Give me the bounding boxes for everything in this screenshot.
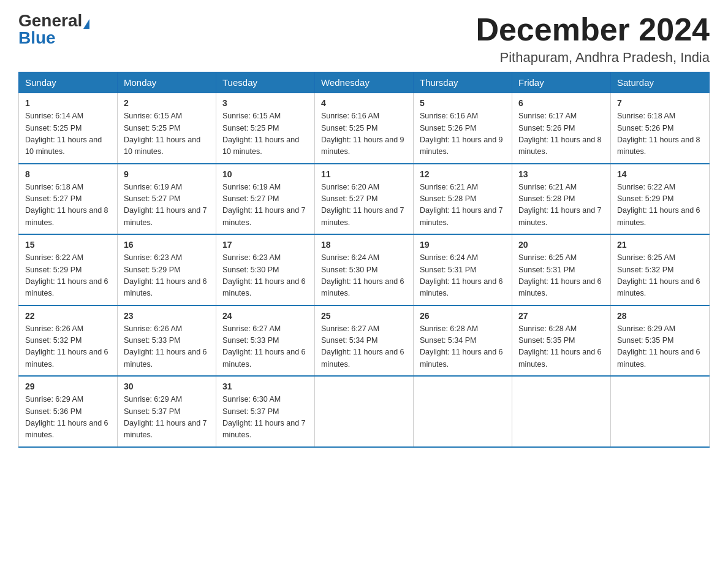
day-number: 23 [124, 311, 210, 321]
day-info: Sunrise: 6:29 AMSunset: 5:37 PMDaylight:… [124, 394, 210, 442]
day-number: 10 [222, 169, 308, 179]
col-header-saturday: Saturday [611, 72, 710, 93]
day-number: 13 [518, 169, 604, 179]
day-info: Sunrise: 6:22 AMSunset: 5:29 PMDaylight:… [25, 252, 111, 300]
day-number: 20 [518, 240, 604, 250]
day-info: Sunrise: 6:26 AMSunset: 5:33 PMDaylight:… [124, 323, 210, 371]
day-info: Sunrise: 6:28 AMSunset: 5:34 PMDaylight:… [420, 323, 506, 371]
day-info: Sunrise: 6:18 AMSunset: 5:26 PMDaylight:… [617, 110, 703, 158]
day-info: Sunrise: 6:20 AMSunset: 5:27 PMDaylight:… [321, 182, 407, 229]
day-number: 11 [321, 169, 407, 179]
logo-general-text: General [18, 11, 82, 30]
day-number: 17 [222, 240, 308, 250]
day-info: Sunrise: 6:17 AMSunset: 5:26 PMDaylight:… [518, 110, 604, 158]
calendar-cell [315, 376, 414, 447]
day-number: 19 [420, 240, 506, 250]
day-number: 16 [124, 240, 210, 250]
location-text: Pithapuram, Andhra Pradesh, India [476, 50, 710, 66]
day-number: 6 [518, 98, 604, 108]
calendar-cell: 21Sunrise: 6:25 AMSunset: 5:32 PMDayligh… [611, 234, 710, 305]
calendar-week-row: 15Sunrise: 6:22 AMSunset: 5:29 PMDayligh… [19, 234, 710, 305]
calendar-cell: 5Sunrise: 6:16 AMSunset: 5:26 PMDaylight… [414, 93, 512, 164]
day-info: Sunrise: 6:16 AMSunset: 5:25 PMDaylight:… [321, 110, 407, 158]
calendar-cell: 6Sunrise: 6:17 AMSunset: 5:26 PMDaylight… [512, 93, 611, 164]
calendar-cell: 27Sunrise: 6:28 AMSunset: 5:35 PMDayligh… [512, 305, 611, 377]
logo: General Blue [18, 12, 89, 47]
day-info: Sunrise: 6:19 AMSunset: 5:27 PMDaylight:… [222, 182, 308, 229]
calendar-header-row: SundayMondayTuesdayWednesdayThursdayFrid… [19, 72, 710, 93]
col-header-tuesday: Tuesday [216, 72, 315, 93]
day-number: 24 [222, 311, 308, 321]
calendar-cell [414, 376, 512, 447]
calendar-cell: 30Sunrise: 6:29 AMSunset: 5:37 PMDayligh… [118, 376, 216, 447]
calendar-week-row: 1Sunrise: 6:14 AMSunset: 5:25 PMDaylight… [19, 93, 710, 164]
day-info: Sunrise: 6:21 AMSunset: 5:28 PMDaylight:… [518, 182, 604, 229]
day-info: Sunrise: 6:16 AMSunset: 5:26 PMDaylight:… [420, 110, 506, 158]
calendar-cell: 1Sunrise: 6:14 AMSunset: 5:25 PMDaylight… [19, 93, 118, 164]
calendar-cell: 29Sunrise: 6:29 AMSunset: 5:36 PMDayligh… [19, 376, 118, 447]
calendar-cell: 3Sunrise: 6:15 AMSunset: 5:25 PMDaylight… [216, 93, 315, 164]
calendar-cell: 16Sunrise: 6:23 AMSunset: 5:29 PMDayligh… [118, 234, 216, 305]
calendar-cell: 23Sunrise: 6:26 AMSunset: 5:33 PMDayligh… [118, 305, 216, 377]
col-header-thursday: Thursday [414, 72, 512, 93]
day-info: Sunrise: 6:29 AMSunset: 5:35 PMDaylight:… [617, 323, 703, 371]
day-info: Sunrise: 6:27 AMSunset: 5:34 PMDaylight:… [321, 323, 407, 371]
day-info: Sunrise: 6:24 AMSunset: 5:30 PMDaylight:… [321, 252, 407, 300]
day-info: Sunrise: 6:26 AMSunset: 5:32 PMDaylight:… [25, 323, 111, 371]
calendar-cell: 12Sunrise: 6:21 AMSunset: 5:28 PMDayligh… [414, 164, 512, 235]
calendar-cell: 31Sunrise: 6:30 AMSunset: 5:37 PMDayligh… [216, 376, 315, 447]
day-info: Sunrise: 6:24 AMSunset: 5:31 PMDaylight:… [420, 252, 506, 300]
calendar-cell: 15Sunrise: 6:22 AMSunset: 5:29 PMDayligh… [19, 234, 118, 305]
calendar-cell: 20Sunrise: 6:25 AMSunset: 5:31 PMDayligh… [512, 234, 611, 305]
day-number: 15 [25, 240, 111, 250]
calendar-cell: 13Sunrise: 6:21 AMSunset: 5:28 PMDayligh… [512, 164, 611, 235]
logo-blue-text: Blue [18, 29, 56, 47]
title-section: December 2024 Pithapuram, Andhra Pradesh… [476, 12, 710, 66]
day-info: Sunrise: 6:27 AMSunset: 5:33 PMDaylight:… [222, 323, 308, 371]
day-number: 12 [420, 169, 506, 179]
day-info: Sunrise: 6:30 AMSunset: 5:37 PMDaylight:… [222, 394, 308, 442]
col-header-monday: Monday [118, 72, 216, 93]
calendar-cell: 4Sunrise: 6:16 AMSunset: 5:25 PMDaylight… [315, 93, 414, 164]
day-info: Sunrise: 6:15 AMSunset: 5:25 PMDaylight:… [222, 110, 308, 158]
calendar-cell: 26Sunrise: 6:28 AMSunset: 5:34 PMDayligh… [414, 305, 512, 377]
calendar-week-row: 8Sunrise: 6:18 AMSunset: 5:27 PMDaylight… [19, 164, 710, 235]
calendar-cell [512, 376, 611, 447]
calendar-week-row: 22Sunrise: 6:26 AMSunset: 5:32 PMDayligh… [19, 305, 710, 377]
calendar-cell: 11Sunrise: 6:20 AMSunset: 5:27 PMDayligh… [315, 164, 414, 235]
day-number: 31 [222, 381, 308, 391]
calendar-cell: 7Sunrise: 6:18 AMSunset: 5:26 PMDaylight… [611, 93, 710, 164]
calendar-cell: 10Sunrise: 6:19 AMSunset: 5:27 PMDayligh… [216, 164, 315, 235]
day-number: 25 [321, 311, 407, 321]
day-number: 27 [518, 311, 604, 321]
day-info: Sunrise: 6:23 AMSunset: 5:29 PMDaylight:… [124, 252, 210, 300]
logo-triangle-icon [83, 19, 89, 29]
day-info: Sunrise: 6:14 AMSunset: 5:25 PMDaylight:… [25, 110, 111, 158]
calendar-table: SundayMondayTuesdayWednesdayThursdayFrid… [18, 72, 710, 448]
calendar-cell: 8Sunrise: 6:18 AMSunset: 5:27 PMDaylight… [19, 164, 118, 235]
day-info: Sunrise: 6:25 AMSunset: 5:31 PMDaylight:… [518, 252, 604, 300]
day-info: Sunrise: 6:18 AMSunset: 5:27 PMDaylight:… [25, 182, 111, 229]
calendar-cell: 22Sunrise: 6:26 AMSunset: 5:32 PMDayligh… [19, 305, 118, 377]
day-number: 22 [25, 311, 111, 321]
calendar-cell: 28Sunrise: 6:29 AMSunset: 5:35 PMDayligh… [611, 305, 710, 377]
day-info: Sunrise: 6:23 AMSunset: 5:30 PMDaylight:… [222, 252, 308, 300]
col-header-friday: Friday [512, 72, 611, 93]
day-number: 9 [124, 169, 210, 179]
day-number: 26 [420, 311, 506, 321]
col-header-sunday: Sunday [19, 72, 118, 93]
day-info: Sunrise: 6:22 AMSunset: 5:29 PMDaylight:… [617, 182, 703, 229]
calendar-cell: 25Sunrise: 6:27 AMSunset: 5:34 PMDayligh… [315, 305, 414, 377]
day-number: 2 [124, 98, 210, 108]
day-number: 14 [617, 169, 703, 179]
day-info: Sunrise: 6:29 AMSunset: 5:36 PMDaylight:… [25, 394, 111, 442]
calendar-week-row: 29Sunrise: 6:29 AMSunset: 5:36 PMDayligh… [19, 376, 710, 447]
day-number: 8 [25, 169, 111, 179]
calendar-cell: 19Sunrise: 6:24 AMSunset: 5:31 PMDayligh… [414, 234, 512, 305]
day-number: 29 [25, 381, 111, 391]
day-info: Sunrise: 6:28 AMSunset: 5:35 PMDaylight:… [518, 323, 604, 371]
calendar-cell [611, 376, 710, 447]
day-number: 4 [321, 98, 407, 108]
page-header: General Blue December 2024 Pithapuram, A… [18, 12, 710, 66]
calendar-cell: 9Sunrise: 6:19 AMSunset: 5:27 PMDaylight… [118, 164, 216, 235]
